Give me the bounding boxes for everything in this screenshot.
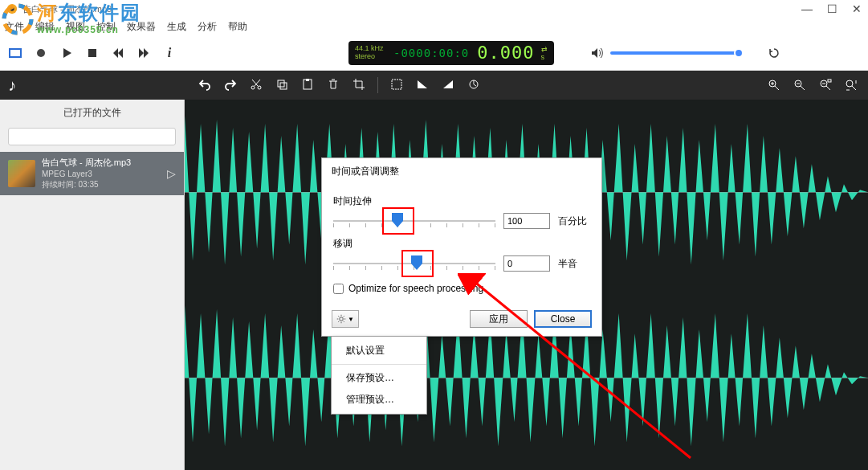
chevron-down-icon: ▼ — [348, 316, 354, 323]
loop-icon[interactable] — [8, 46, 22, 60]
svg-point-20 — [340, 317, 344, 321]
svg-point-6 — [258, 86, 261, 89]
channels-label: stereo — [355, 53, 390, 61]
optimize-label: Optimize for speech processing — [348, 283, 483, 294]
svg-point-5 — [251, 86, 255, 89]
menu-analyze[interactable]: 分析 — [198, 20, 217, 34]
menu-effects[interactable]: 效果器 — [127, 20, 156, 34]
pitch-unit: 半音 — [558, 257, 590, 271]
redo-icon[interactable] — [223, 77, 238, 92]
dialog-title: 时间或音调调整 — [322, 158, 601, 183]
svg-rect-7 — [278, 80, 284, 87]
svg-rect-10 — [306, 79, 309, 81]
sidebar: 已打开的文件 告白气球 - 周杰伦.mp3 MPEG Layer3 持续时间: … — [0, 100, 185, 470]
edit-toolbar: ♪ — [0, 71, 868, 100]
window-title: 告白气球 - 周杰伦.mp3 — [22, 3, 112, 15]
menu-bar: 文件 编辑 视图 控制 效果器 生成 分析 帮助 — [0, 18, 868, 35]
volume-slider[interactable] — [610, 51, 739, 55]
volume-control — [589, 46, 739, 60]
preset-manage[interactable]: 管理预设… — [332, 389, 426, 411]
time-stretch-unit: 百分比 — [558, 215, 590, 228]
track-info: 告白气球 - 周杰伦.mp3 MPEG Layer3 持续时间: 03:35 — [42, 157, 131, 190]
select-all-icon[interactable] — [389, 77, 404, 92]
menu-generate[interactable]: 生成 — [167, 20, 186, 34]
svg-rect-2 — [10, 49, 21, 57]
time-stretch-slider[interactable] — [333, 220, 495, 222]
zoom-fit-icon[interactable] — [818, 78, 833, 92]
copy-icon[interactable] — [275, 77, 289, 92]
info-icon[interactable]: i — [162, 46, 177, 60]
normalize-icon[interactable] — [467, 77, 481, 92]
history-icon[interactable] — [766, 46, 782, 60]
apply-button[interactable]: 应用 — [470, 310, 528, 328]
svg-point-1 — [10, 6, 14, 10]
app-icon — [6, 3, 18, 14]
zoom-sel-icon[interactable] — [844, 78, 858, 92]
track-duration: 持续时间: 03:35 — [42, 179, 131, 190]
sidebar-header: 已打开的文件 — [0, 100, 184, 125]
menu-view[interactable]: 视图 — [66, 20, 85, 34]
svg-point-17 — [846, 80, 853, 87]
search-input[interactable] — [9, 129, 175, 145]
crop-icon[interactable] — [352, 77, 366, 92]
menu-edit[interactable]: 编辑 — [35, 20, 55, 34]
zoom-out-icon[interactable] — [793, 78, 807, 92]
stop-icon[interactable] — [85, 46, 100, 60]
separator — [377, 77, 378, 93]
window-controls: — ☐ ✕ — [801, 2, 862, 15]
zoom-in-icon[interactable] — [767, 78, 781, 92]
fade-in-icon[interactable] — [415, 77, 430, 92]
record-icon[interactable] — [34, 46, 48, 60]
search-box[interactable] — [8, 128, 176, 145]
close-window-button[interactable]: ✕ — [852, 2, 862, 15]
cut-icon[interactable] — [249, 77, 263, 92]
time-pitch-dialog: 时间或音调调整 时间拉伸 百分比 移调 半音 — [321, 157, 602, 337]
transport-toolbar: i 44.1 kHz stereo -0000:00:0 0.000 ⇄s — [0, 35, 868, 71]
paste-icon[interactable] — [300, 77, 315, 92]
maximize-button[interactable]: ☐ — [827, 2, 837, 15]
undo-icon[interactable] — [198, 77, 212, 92]
svg-rect-11 — [392, 80, 401, 89]
preset-gear-button[interactable]: ▼ — [332, 310, 359, 328]
time-big: 0.000 — [477, 43, 534, 63]
track-thumbnail — [8, 160, 35, 187]
note-icon: ♪ — [8, 76, 16, 95]
track-title: 告白气球 - 周杰伦.mp3 — [42, 157, 131, 169]
time-stretch-input[interactable] — [503, 213, 550, 229]
gear-icon — [336, 314, 346, 324]
svg-rect-4 — [88, 49, 96, 57]
svg-rect-16 — [828, 80, 831, 82]
track-item[interactable]: 告白气球 - 周杰伦.mp3 MPEG Layer3 持续时间: 03:35 ▷ — [0, 152, 184, 195]
title-bar: 告白气球 - 周杰伦.mp3 — ☐ ✕ — [0, 0, 868, 18]
play-icon[interactable] — [59, 46, 74, 60]
speaker-icon[interactable] — [589, 46, 604, 60]
fade-out-icon[interactable] — [441, 77, 455, 92]
preset-dropdown: 默认设置 保存预设… 管理预设… — [331, 336, 427, 415]
preset-save[interactable]: 保存预设… — [332, 367, 426, 389]
pitch-label: 移调 — [333, 237, 590, 251]
menu-file[interactable]: 文件 — [5, 20, 24, 34]
track-play-icon[interactable]: ▷ — [167, 167, 176, 180]
pitch-input[interactable] — [503, 255, 550, 272]
time-unit-icon: ⇄s — [541, 45, 548, 61]
forward-icon[interactable] — [137, 46, 151, 60]
minimize-button[interactable]: — — [801, 2, 813, 15]
preset-default[interactable]: 默认设置 — [332, 340, 426, 362]
menu-control[interactable]: 控制 — [96, 20, 116, 34]
optimize-checkbox[interactable] — [333, 284, 344, 294]
delete-icon[interactable] — [326, 77, 340, 92]
time-small: -0000:00:0 — [393, 47, 469, 59]
close-button[interactable]: Close — [534, 310, 592, 328]
track-codec: MPEG Layer3 — [42, 169, 131, 180]
time-stretch-label: 时间拉伸 — [333, 194, 590, 208]
menu-help[interactable]: 帮助 — [228, 20, 247, 34]
svg-rect-8 — [280, 83, 287, 89]
svg-point-3 — [37, 49, 45, 57]
pitch-slider[interactable] — [333, 263, 495, 264]
time-display: 44.1 kHz stereo -0000:00:0 0.000 ⇄s — [348, 41, 554, 65]
rewind-icon[interactable] — [111, 46, 125, 60]
